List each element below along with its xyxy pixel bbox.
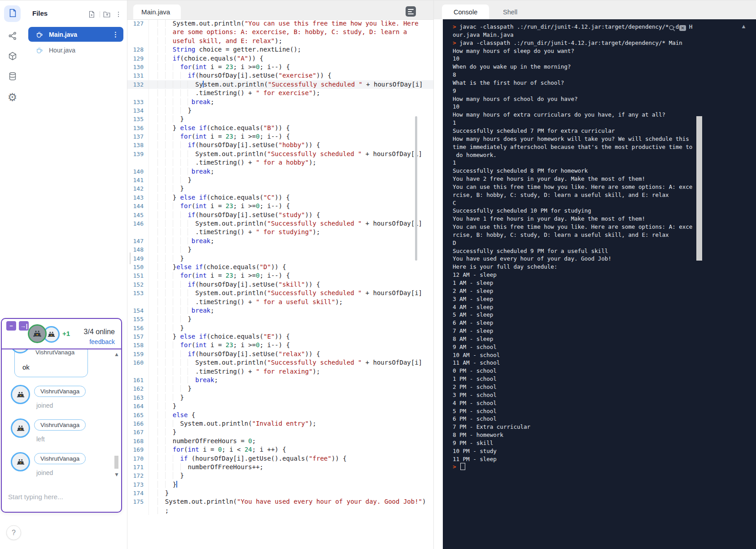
code-line[interactable]: 138 if(hoursOfDay[i].setUse("hobby")) { [127,141,434,149]
code-line[interactable]: 170 if (hoursOfDay[i].getUse().equals("f… [127,454,434,463]
code-line[interactable]: 151 for(int i = 23; i >=0; i--) { [127,271,434,280]
console-line: > [453,463,692,471]
exit-chat-button[interactable]: →| [19,321,29,331]
code-line[interactable]: 149 } [127,254,434,263]
chevron-down-icon[interactable]: ▼ [114,471,119,478]
panel-resize-grip[interactable] [127,253,131,264]
code-line[interactable]: 141 } [127,176,434,184]
code-line[interactable]: .timeString() + " for a useful skill"); [127,298,434,306]
terminal-search-button[interactable] [668,24,676,32]
code-line[interactable]: 129 if(choice.equals("A")) { [127,54,434,63]
chat-user-name: VishrutVanaga [34,419,86,431]
line-number: 148 [127,245,149,254]
code-line[interactable]: 143 } else if(choice.equals("C")) { [127,193,434,202]
terminal[interactable]: > javac -classpath .:/run_dir/junit-4.12… [443,19,756,549]
code-line[interactable]: useful skill, and E: relax"); [127,37,434,45]
files-panel-title: Files [32,9,48,17]
line-number [127,228,149,236]
code-line[interactable]: 150 }else if(choice.equals("D")) { [127,263,434,271]
code-line[interactable]: 158 for(int i = 23; i >=0; i--) { [127,341,434,349]
code-line[interactable]: 139 System.out.println("Successfully sch… [127,150,434,158]
minimize-chat-button[interactable]: − [6,321,16,331]
code-line[interactable]: 164 } [127,402,434,410]
code-line[interactable]: 169 for(int i = 0; i < 24; i ++) { [127,445,434,454]
code-line[interactable]: 137 for(int i = 23; i >=0; i--) { [127,132,434,141]
code-line[interactable]: 168 numberOfFreeHours = 0; [127,437,434,445]
output-toggle-button[interactable] [406,6,416,17]
code-line[interactable]: .timeString() + " for relaxing"); [127,367,434,376]
code-line[interactable]: 174 } [127,489,434,497]
code-line[interactable]: .timeString() + " for exercise"); [127,89,434,97]
code-line[interactable]: 148 } [127,245,434,254]
tab-main-java[interactable]: Main.java [133,4,181,19]
chat-input[interactable] [7,492,112,501]
chevron-up-icon[interactable]: ▲ [114,351,119,357]
code-line[interactable]: .timeString() + " for a hobby"); [127,158,434,167]
scroll-to-top-button[interactable]: ▲ [741,23,747,29]
help-button[interactable]: ? [6,525,21,540]
file-menu-button[interactable]: ⋮ [112,30,119,39]
code-line[interactable]: 171 numberOfFreeHours++; [127,463,434,471]
user-avatar[interactable] [28,324,47,343]
code-line[interactable]: 157 } else if(choice.equals("E")) { [127,332,434,341]
file-row-main-java[interactable]: Main.java ⋮ [28,27,123,42]
code-line[interactable]: ; [127,506,434,515]
files-rail-button[interactable] [4,5,21,22]
code-line[interactable]: 135 } [127,115,434,123]
code-line[interactable]: 136 } else if(choice.equals("B")) { [127,124,434,132]
code-line[interactable]: 159 if(hoursOfDay[i].setUse("relax")) { [127,350,434,358]
code-line[interactable]: 134 } [127,106,434,115]
code-line[interactable]: 153 System.out.println("Successfully sch… [127,289,434,297]
code-line[interactable]: 163 } [127,393,434,402]
code-line[interactable]: 146 System.out.println("Successfully sch… [127,219,434,228]
console-line: How many hours of school do you have? [453,95,692,103]
code-line[interactable]: 156 } [127,324,434,332]
code-line[interactable]: are some options: A: excercise, B: hobby… [127,28,434,36]
share-rail-button[interactable] [4,28,21,45]
code-line[interactable]: 160 System.out.println("Successfully sch… [127,358,434,367]
code-line[interactable]: 167 } [127,428,434,436]
code-line[interactable]: 172 } [127,471,434,480]
code-line[interactable]: 155 } [127,315,434,323]
code-line[interactable]: .timeString() + " for studying"); [127,228,434,236]
files-menu-button[interactable] [114,9,123,19]
code-line[interactable]: 147 break; [127,237,434,245]
tab-shell[interactable]: Shell [491,4,529,19]
console-line: 2 AM - sleep [453,287,692,295]
code-line[interactable]: 154 break; [127,306,434,315]
code-line[interactable]: 152 if(hoursOfDay[i].setUse("skill")) { [127,280,434,289]
code-line[interactable]: 175 System.out.println("You have used ev… [127,497,434,506]
code-line[interactable]: 142 } [127,184,434,193]
add-folder-button[interactable] [102,9,112,19]
code-line[interactable]: 127 System.out.println("You can use this… [127,19,434,28]
code-line[interactable]: 140 break; [127,167,434,176]
code-line[interactable]: 161 break; [127,376,434,384]
feedback-link[interactable]: feedback [89,338,115,345]
code-line[interactable]: 165 else { [127,411,434,419]
tab-console[interactable]: Console [442,4,489,19]
code-line[interactable]: 132 System.out.println("Successfully sch… [127,80,434,89]
database-rail-button[interactable] [4,69,21,85]
terminal-clear-button[interactable]: ✕ [679,25,686,31]
add-file-button[interactable] [87,9,96,19]
robot-avatar-icon [16,390,26,400]
code-line[interactable]: 131 if(hoursOfDay[i].setUse("exercise"))… [127,71,434,80]
code-line[interactable]: 162 } [127,384,434,393]
editor-scrollbar[interactable] [415,116,417,261]
code-line[interactable]: 145 if(hoursOfDay[i].setUse("study")) { [127,211,434,219]
settings-rail-button[interactable]: ⚙ [4,89,21,105]
code-line[interactable]: 144 for(int i = 23; i >=0; i--) { [127,202,434,210]
chat-scrollbar[interactable] [114,456,118,469]
console-line: 12 AM - sleep [453,271,692,279]
file-row-hour-java[interactable]: Hour.java [28,43,123,57]
code-area[interactable]: 127 System.out.println("You can use this… [127,19,434,515]
code-line[interactable]: 133 break; [127,98,434,106]
code-line[interactable]: 130 for(int i = 23; i >=0; i--) { [127,63,434,71]
code-line[interactable]: 128 String choice = getter.nextLine(); [127,45,434,54]
online-status: 3/4 online [84,328,115,336]
terminal-scrollbar[interactable] [696,116,702,261]
code-line[interactable]: 166 System.out.println("Invalid entry"); [127,419,434,428]
code-line[interactable]: 173 } [127,480,434,489]
package-icon [8,51,17,63]
packages-rail-button[interactable] [4,48,21,65]
